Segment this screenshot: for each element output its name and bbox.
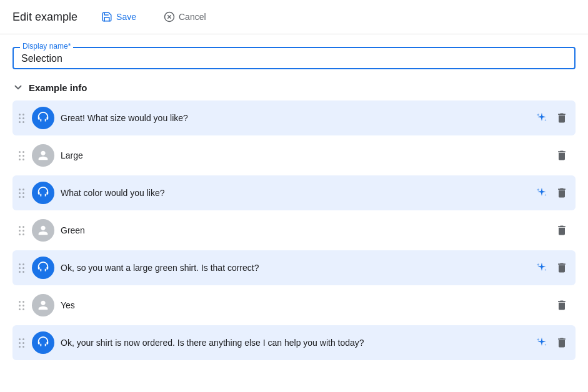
page-title: Edit example [12,11,77,24]
save-label: Save [116,12,136,22]
display-name-label: Display name* [20,42,73,51]
agent-avatar [32,257,54,279]
sparkle-button-1[interactable] [533,109,551,127]
person-icon [36,223,50,237]
headset-icon [36,336,50,350]
delete-button-1[interactable] [553,109,571,127]
row-actions-5 [533,259,571,277]
conversation-row-3: What color would you like? [12,175,576,210]
drag-handle[interactable] [17,187,26,199]
user-avatar [32,219,54,242]
headset-icon [36,261,50,275]
drag-handle[interactable] [17,262,26,274]
agent-avatar [32,182,54,204]
delete-icon [556,224,568,237]
conversation-row-1: Great! What size would you like? [12,100,576,135]
drag-handle[interactable] [17,150,26,162]
row-actions-6 [553,296,571,314]
conversation-text-6: Yes [61,300,547,310]
cancel-button[interactable]: Cancel [155,7,215,26]
headset-icon [36,186,50,200]
person-icon [36,149,50,162]
headset-icon [36,111,50,125]
conversation-row-6: Yes [12,288,576,323]
sparkle-icon [536,112,548,124]
save-button[interactable]: Save [92,7,145,26]
delete-button-7[interactable] [553,334,571,351]
sparkle-icon [536,336,548,349]
row-actions-2 [553,147,571,164]
delete-button-2[interactable] [553,147,571,164]
conversation-row-2: Large [12,138,576,173]
example-info-toggle[interactable]: Example info [0,77,588,100]
delete-button-4[interactable] [553,222,571,239]
conversation-text-5: Ok, so you want a large green shirt. Is … [61,263,527,273]
delete-icon [556,336,568,349]
display-name-input[interactable] [21,53,567,64]
row-actions-1 [533,109,571,127]
row-actions-4 [553,222,571,239]
save-icon [101,11,112,22]
row-actions-3 [533,184,571,202]
example-info-label: Example info [29,82,87,93]
conversation-row-5: Ok, so you want a large green shirt. Is … [12,250,576,285]
display-name-wrapper: Display name* [12,47,576,69]
drag-handle[interactable] [17,225,26,237]
conversation-text-1: Great! What size would you like? [61,113,527,123]
sparkle-button-7[interactable] [533,334,551,351]
delete-button-5[interactable] [553,259,571,277]
row-actions-7 [533,334,571,351]
cancel-icon [164,11,175,22]
chevron-down-icon [12,82,24,93]
conversation-row-7: Ok, your shirt is now ordered. Is there … [12,325,576,360]
conversation-text-2: Large [61,150,547,160]
conversation-text-4: Green [61,225,547,235]
sparkle-icon [536,187,548,199]
display-name-section: Display name* [0,34,588,77]
user-avatar [32,294,54,316]
conversation-text-3: What color would you like? [61,188,527,198]
page-header: Edit example Save Cancel [0,0,588,34]
delete-icon [556,299,568,311]
drag-handle[interactable] [17,112,26,124]
conversation-row-4: Green [12,213,576,248]
delete-icon [556,187,568,199]
sparkle-button-3[interactable] [533,184,551,202]
delete-button-3[interactable] [553,184,571,202]
delete-button-6[interactable] [553,296,571,314]
delete-icon [556,149,568,162]
person-icon [36,298,50,312]
sparkle-icon [536,262,548,274]
cancel-label: Cancel [179,12,206,22]
drag-handle[interactable] [17,300,26,311]
conversation-list: Great! What size would you like? Large W… [0,100,588,363]
delete-icon [556,112,568,124]
delete-icon [556,262,568,274]
user-avatar [32,144,54,167]
sparkle-button-5[interactable] [533,259,551,277]
agent-avatar [32,331,54,354]
conversation-text-7: Ok, your shirt is now ordered. Is there … [61,338,527,348]
agent-avatar [32,107,54,129]
drag-handle[interactable] [17,337,26,349]
